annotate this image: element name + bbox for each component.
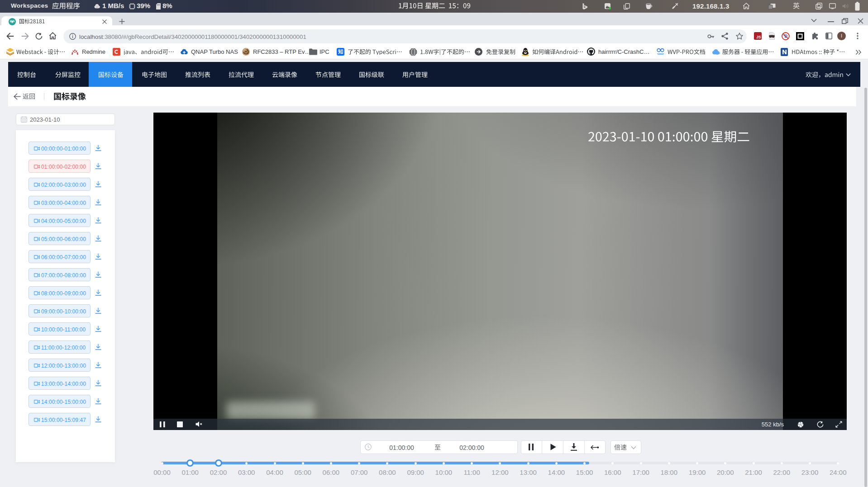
svg-text:JS: JS — [756, 35, 761, 39]
